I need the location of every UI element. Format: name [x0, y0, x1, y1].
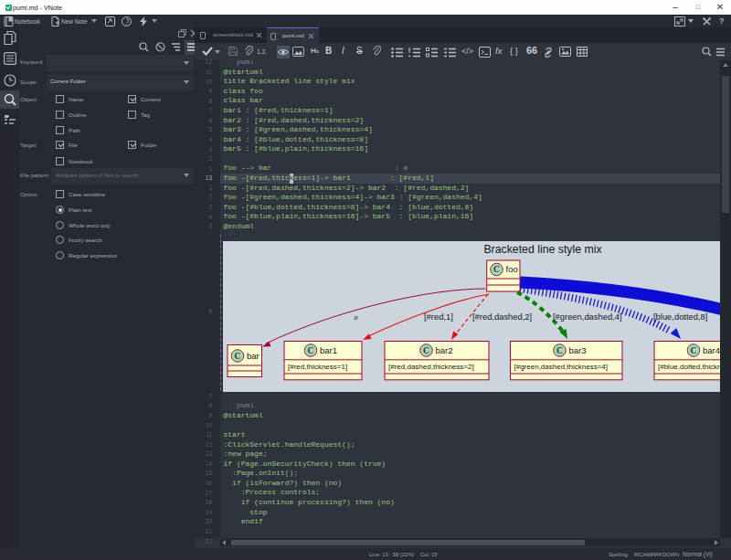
svg-text:C: C [493, 265, 500, 274]
svg-text:ø: ø [354, 313, 358, 322]
svg-text:C: C [556, 346, 563, 355]
svg-text:[#red,1]: [#red,1] [424, 312, 453, 322]
svg-text:[#green,dashed,4]: [#green,dashed,4] [553, 312, 622, 322]
svg-text:bar1: bar1 [320, 345, 337, 355]
svg-text:foo: foo [506, 264, 518, 274]
svg-text:bar3: bar3 [569, 345, 587, 355]
svg-text:[#red,thickness=1]: [#red,thickness=1] [288, 363, 347, 371]
svg-text:[#blue,dotted,thickness=8]: [#blue,dotted,thickness=8] [658, 363, 720, 371]
svg-text:bar4: bar4 [703, 345, 720, 355]
svg-text:C: C [235, 352, 241, 361]
svg-text:[#green,dashed,thickness=4]: [#green,dashed,thickness=4] [514, 363, 609, 371]
svg-text:[blue,dotted,8]: [blue,dotted,8] [653, 312, 707, 322]
svg-text:[#red,dashed,2]: [#red,dashed,2] [472, 312, 532, 322]
svg-text:C: C [308, 346, 314, 355]
svg-text:bar2: bar2 [436, 345, 453, 355]
svg-text:C: C [691, 346, 697, 355]
svg-text:[#red,dashed,thickness=2]: [#red,dashed,thickness=2] [388, 363, 474, 371]
svg-text:bar: bar [247, 351, 260, 361]
svg-text:Bracketed line style mix: Bracketed line style mix [483, 243, 602, 256]
svg-text:C: C [423, 346, 429, 355]
